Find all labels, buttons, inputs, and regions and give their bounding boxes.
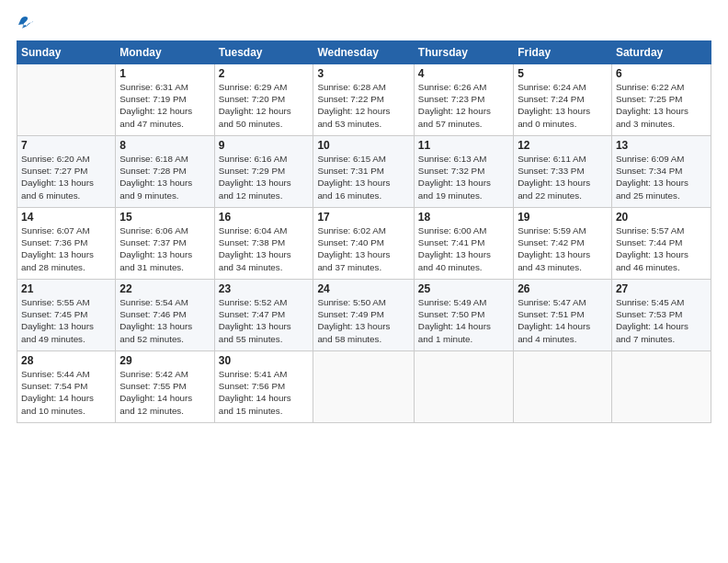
calendar-cell: 22Sunrise: 5:54 AM Sunset: 7:46 PM Dayli…: [116, 280, 214, 351]
calendar-cell: 13Sunrise: 6:09 AM Sunset: 7:34 PM Dayli…: [611, 136, 711, 208]
day-info: Sunrise: 5:45 AM Sunset: 7:53 PM Dayligh…: [616, 296, 707, 345]
day-number: 30: [219, 354, 310, 367]
day-info: Sunrise: 6:11 AM Sunset: 7:33 PM Dayligh…: [518, 153, 608, 201]
day-number: 18: [418, 211, 509, 224]
calendar-cell: [313, 351, 414, 423]
calendar: SundayMondayTuesdayWednesdayThursdayFrid…: [17, 40, 711, 423]
calendar-cell: 3Sunrise: 6:28 AM Sunset: 7:22 PM Daylig…: [313, 64, 414, 136]
logo-text: [17, 17, 35, 33]
calendar-week-row: 14Sunrise: 6:07 AM Sunset: 7:36 PM Dayli…: [17, 208, 711, 280]
calendar-cell: 28Sunrise: 5:44 AM Sunset: 7:54 PM Dayli…: [17, 351, 116, 423]
day-info: Sunrise: 5:55 AM Sunset: 7:45 PM Dayligh…: [21, 296, 111, 345]
calendar-cell: 18Sunrise: 6:00 AM Sunset: 7:41 PM Dayli…: [414, 208, 513, 280]
calendar-cell: 15Sunrise: 6:06 AM Sunset: 7:37 PM Dayli…: [116, 208, 214, 280]
day-info: Sunrise: 5:59 AM Sunset: 7:42 PM Dayligh…: [518, 224, 608, 273]
day-number: 9: [219, 139, 310, 152]
day-info: Sunrise: 6:02 AM Sunset: 7:40 PM Dayligh…: [317, 224, 409, 273]
day-number: 26: [518, 282, 608, 295]
day-info: Sunrise: 6:06 AM Sunset: 7:37 PM Dayligh…: [119, 224, 210, 273]
day-number: 7: [21, 139, 111, 152]
weekday-header: Wednesday: [313, 41, 414, 64]
day-info: Sunrise: 6:04 AM Sunset: 7:38 PM Dayligh…: [219, 224, 310, 273]
day-number: 4: [418, 67, 509, 80]
day-info: Sunrise: 5:52 AM Sunset: 7:47 PM Dayligh…: [219, 296, 310, 345]
day-info: Sunrise: 6:16 AM Sunset: 7:29 PM Dayligh…: [219, 153, 310, 201]
day-info: Sunrise: 6:18 AM Sunset: 7:28 PM Dayligh…: [119, 153, 210, 201]
calendar-cell: 10Sunrise: 6:15 AM Sunset: 7:31 PM Dayli…: [313, 136, 414, 208]
day-number: 23: [219, 282, 310, 295]
calendar-week-row: 21Sunrise: 5:55 AM Sunset: 7:45 PM Dayli…: [17, 280, 711, 351]
logo: [17, 17, 35, 33]
day-number: 13: [616, 139, 707, 152]
day-number: 28: [21, 354, 111, 367]
day-info: Sunrise: 5:44 AM Sunset: 7:54 PM Dayligh…: [21, 368, 111, 417]
day-number: 17: [317, 211, 409, 224]
calendar-cell: 24Sunrise: 5:50 AM Sunset: 7:49 PM Dayli…: [313, 280, 414, 351]
day-number: 27: [616, 282, 707, 295]
calendar-cell: 21Sunrise: 5:55 AM Sunset: 7:45 PM Dayli…: [17, 280, 116, 351]
calendar-cell: 23Sunrise: 5:52 AM Sunset: 7:47 PM Dayli…: [214, 280, 313, 351]
calendar-cell: 27Sunrise: 5:45 AM Sunset: 7:53 PM Dayli…: [611, 280, 711, 351]
calendar-cell: 5Sunrise: 6:24 AM Sunset: 7:24 PM Daylig…: [514, 64, 612, 136]
day-number: 11: [418, 139, 509, 152]
day-number: 19: [518, 211, 608, 224]
calendar-cell: [514, 351, 612, 423]
weekday-header: Monday: [116, 41, 214, 64]
day-info: Sunrise: 6:29 AM Sunset: 7:20 PM Dayligh…: [219, 81, 310, 130]
calendar-cell: 16Sunrise: 6:04 AM Sunset: 7:38 PM Dayli…: [214, 208, 313, 280]
calendar-cell: 1Sunrise: 6:31 AM Sunset: 7:19 PM Daylig…: [116, 64, 214, 136]
calendar-cell: 29Sunrise: 5:42 AM Sunset: 7:55 PM Dayli…: [116, 351, 214, 423]
day-number: 16: [219, 211, 310, 224]
calendar-week-row: 28Sunrise: 5:44 AM Sunset: 7:54 PM Dayli…: [17, 351, 711, 423]
day-number: 24: [317, 282, 409, 295]
day-info: Sunrise: 6:07 AM Sunset: 7:36 PM Dayligh…: [21, 224, 111, 273]
header: [17, 17, 711, 33]
day-info: Sunrise: 5:54 AM Sunset: 7:46 PM Dayligh…: [119, 296, 210, 345]
day-info: Sunrise: 6:31 AM Sunset: 7:19 PM Dayligh…: [119, 81, 210, 130]
day-info: Sunrise: 6:24 AM Sunset: 7:24 PM Dayligh…: [518, 81, 608, 130]
day-info: Sunrise: 6:13 AM Sunset: 7:32 PM Dayligh…: [418, 153, 509, 201]
calendar-cell: 2Sunrise: 6:29 AM Sunset: 7:20 PM Daylig…: [214, 64, 313, 136]
bird-icon: [18, 17, 35, 33]
day-info: Sunrise: 5:47 AM Sunset: 7:51 PM Dayligh…: [518, 296, 608, 345]
day-info: Sunrise: 6:00 AM Sunset: 7:41 PM Dayligh…: [418, 224, 509, 273]
calendar-cell: 25Sunrise: 5:49 AM Sunset: 7:50 PM Dayli…: [414, 280, 513, 351]
weekday-header: Tuesday: [214, 41, 313, 64]
calendar-cell: 11Sunrise: 6:13 AM Sunset: 7:32 PM Dayli…: [414, 136, 513, 208]
calendar-cell: 8Sunrise: 6:18 AM Sunset: 7:28 PM Daylig…: [116, 136, 214, 208]
day-number: 15: [119, 211, 210, 224]
calendar-cell: 14Sunrise: 6:07 AM Sunset: 7:36 PM Dayli…: [17, 208, 116, 280]
day-number: 20: [616, 211, 707, 224]
calendar-header-row: SundayMondayTuesdayWednesdayThursdayFrid…: [17, 41, 711, 64]
calendar-cell: [17, 64, 116, 136]
day-number: 21: [21, 282, 111, 295]
day-number: 14: [21, 211, 111, 224]
day-number: 2: [219, 67, 310, 80]
calendar-cell: [611, 351, 711, 423]
weekday-header: Sunday: [17, 41, 116, 64]
calendar-cell: [414, 351, 513, 423]
day-number: 22: [119, 282, 210, 295]
day-info: Sunrise: 6:15 AM Sunset: 7:31 PM Dayligh…: [317, 153, 409, 201]
calendar-cell: 9Sunrise: 6:16 AM Sunset: 7:29 PM Daylig…: [214, 136, 313, 208]
day-info: Sunrise: 5:57 AM Sunset: 7:44 PM Dayligh…: [616, 224, 707, 273]
page: SundayMondayTuesdayWednesdayThursdayFrid…: [0, 0, 728, 563]
day-number: 8: [119, 139, 210, 152]
day-number: 10: [317, 139, 409, 152]
day-number: 29: [119, 354, 210, 367]
day-number: 25: [418, 282, 509, 295]
day-number: 6: [616, 67, 707, 80]
weekday-header: Saturday: [611, 41, 711, 64]
calendar-cell: 12Sunrise: 6:11 AM Sunset: 7:33 PM Dayli…: [514, 136, 612, 208]
weekday-header: Thursday: [414, 41, 513, 64]
day-info: Sunrise: 5:50 AM Sunset: 7:49 PM Dayligh…: [317, 296, 409, 345]
calendar-cell: 19Sunrise: 5:59 AM Sunset: 7:42 PM Dayli…: [514, 208, 612, 280]
calendar-week-row: 7Sunrise: 6:20 AM Sunset: 7:27 PM Daylig…: [17, 136, 711, 208]
day-number: 1: [119, 67, 210, 80]
calendar-cell: 4Sunrise: 6:26 AM Sunset: 7:23 PM Daylig…: [414, 64, 513, 136]
weekday-header: Friday: [514, 41, 612, 64]
calendar-cell: 30Sunrise: 5:41 AM Sunset: 7:56 PM Dayli…: [214, 351, 313, 423]
day-info: Sunrise: 6:28 AM Sunset: 7:22 PM Dayligh…: [317, 81, 409, 130]
day-number: 5: [518, 67, 608, 80]
day-info: Sunrise: 5:42 AM Sunset: 7:55 PM Dayligh…: [119, 368, 210, 417]
